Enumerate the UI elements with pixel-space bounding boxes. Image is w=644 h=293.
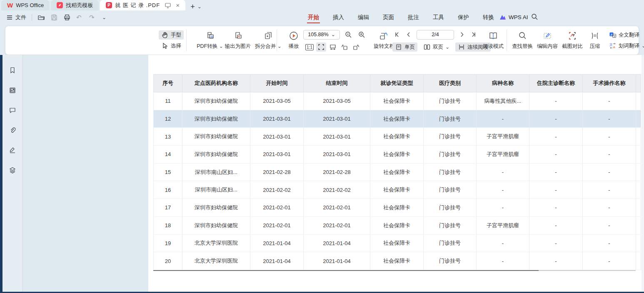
table-cell [636,216,641,234]
new-tab-icon[interactable]: + [190,3,195,10]
table-header-cell [636,74,641,92]
tab-document-pdf[interactable]: P 就 医 记 录 .PDF × [100,0,185,10]
menu-item-1[interactable]: 插入 [332,11,345,24]
comments-panel-button[interactable] [7,105,18,116]
fit-width-button[interactable] [328,42,338,52]
wps-ai-button[interactable]: WPS AI [499,10,528,24]
attachments-panel-button[interactable] [7,125,18,136]
menu-item-6[interactable]: 保护 [457,11,470,24]
redo-icon[interactable]: ↷ [89,14,97,21]
menu-item-0[interactable]: 开始 [307,11,320,24]
table-cell: 门诊挂号 [424,146,477,164]
rotate-left-button[interactable] [339,42,349,52]
zoom-in-button[interactable] [357,30,367,39]
previous-page-button[interactable] [405,31,412,38]
chevron-down-icon: ⌄ [277,43,282,49]
vertical-scrollbar[interactable] [642,55,644,292]
screenshot-compare-button[interactable]: 截图对比 [560,26,584,55]
tab-label: WPS Office [16,2,44,8]
table-cell: 2021-02-01 [250,216,304,234]
menu-item-2[interactable]: 编辑 [357,11,370,24]
table-cell: 深圳市妇幼保健院 [182,92,250,110]
table-row: 15深圳市南山区妇...2021-02-282021-02-28社会保障卡门诊挂… [154,163,641,181]
menu-search-icon[interactable] [531,13,538,20]
table-cell: 社会保障卡 [370,92,424,110]
last-page-button[interactable] [470,31,477,38]
table-cell: 社会保障卡 [370,252,424,270]
table-row: 12深圳市妇幼保健院2021-03-012021-03-01社会保障卡门诊挂号-… [154,110,641,128]
word-translate-button[interactable]: 文A 划词翻译 ⌄ [607,41,644,50]
table-cell: 深圳市妇幼保健院 [182,128,250,146]
actual-size-button[interactable]: 1:1 [305,42,315,52]
zoom-out-button[interactable] [343,30,353,39]
undo-icon[interactable]: ↶ [76,14,84,21]
print-icon[interactable] [63,14,71,21]
menu-item-3[interactable]: 页面 [382,11,395,24]
close-tab-icon[interactable]: × [176,2,180,9]
select-tool-button[interactable]: 选择 [159,41,184,50]
table-cell: 2021-03-01 [304,128,370,146]
table-cell: 子宫平滑肌瘤 [477,216,529,234]
single-page-icon [395,43,402,51]
double-page-button[interactable]: 双页 ⌄ [421,42,452,52]
table-cell: 北京大学深圳医院 [182,252,250,270]
tab-docer-templates[interactable]: 找稻壳模板 [51,0,99,10]
edit-content-button[interactable]: 编辑内容 [535,26,559,55]
chevron-down-icon: ⌄ [445,44,449,50]
menu-item-7[interactable]: 转换 [482,11,495,24]
pdf-convert-button[interactable]: W PDF转换 ⌄ [196,26,224,55]
signature-panel-button[interactable] [7,145,18,156]
thumbnails-panel-button[interactable] [7,85,18,96]
table-header-cell: 就诊凭证类型 [370,74,424,92]
qat-dropdown-icon[interactable]: ⌄ [102,15,106,20]
full-translate-button[interactable]: A 文 全文翻译 [607,30,644,40]
tab-bar: W WPS Office 找稻壳模板 P 就 医 记 录 .PDF × + ⌄ [0,0,644,10]
thumbnail-icon [9,87,16,94]
fit-page-button[interactable] [316,42,326,52]
open-file-icon[interactable] [37,14,45,21]
comment-icon [9,107,16,114]
ribbon-toolbar: 手型 选择 W PDF转换 ⌄ 输出为图片 拆分合并 ⌄ [5,26,639,55]
output-image-button[interactable]: 输出为图片 [222,26,254,55]
document-viewport[interactable]: 序号定点医药机构名称开始时间结束时间就诊凭证类型医疗类别病种名称住院主诊断名称手… [148,55,642,292]
table-cell: 社会保障卡 [370,181,424,199]
full-translate-label: 全文翻译 [619,32,639,39]
svg-text:A: A [613,45,616,49]
read-mode-button[interactable]: 阅读模式 [481,26,505,55]
compress-label: 压缩 [590,43,600,50]
tab-wps-home[interactable]: W WPS Office [1,0,50,10]
rotate-right-button[interactable] [351,42,361,52]
compress-button[interactable]: 压缩 [587,26,603,55]
menu-item-4[interactable]: 批注 [407,11,420,24]
table-cell: - [529,146,583,164]
rotate-right-icon [352,43,360,51]
table-row: 18深圳市妇幼保健院2021-02-012021-02-01社会保障卡门诊挂号子… [154,216,641,234]
monitor-icon[interactable] [164,2,172,9]
output-image-label: 输出为图片 [225,43,251,50]
single-page-button[interactable]: 单页 [392,42,417,52]
bookmarks-panel-button[interactable] [7,65,18,76]
hand-tool-button[interactable]: 手型 [159,30,184,40]
table-cell: 17 [154,199,182,217]
find-replace-button[interactable]: 查找替换 [510,26,534,55]
menu-item-5[interactable]: 工具 [432,11,445,24]
wps-ai-label: WPS AI [509,14,528,20]
save-icon[interactable] [50,14,58,21]
page-indicator[interactable]: 2/4 [417,30,454,40]
table-cell: 16 [154,181,182,199]
split-merge-button[interactable]: 拆分合并 ⌄ [254,26,283,55]
tabs-dropdown-icon[interactable]: ⌄ [197,4,202,10]
first-page-button[interactable] [393,31,401,38]
zoom-level-select[interactable]: 105.88% ⌄ [303,30,340,40]
layers-panel-button[interactable] [7,165,18,176]
output-image-icon [233,31,243,41]
read-mode-label: 阅读模式 [483,43,504,50]
table-cell: 门诊挂号 [424,199,477,217]
cursor-icon [161,42,169,50]
navigation-pane[interactable] [23,55,148,292]
screenshot-compare-icon [567,31,577,41]
file-menu-button[interactable]: 文件 [6,14,26,21]
table-header-cell: 开始时间 [250,74,304,92]
play-button[interactable]: 播放 [284,26,304,55]
next-page-button[interactable] [458,31,466,38]
